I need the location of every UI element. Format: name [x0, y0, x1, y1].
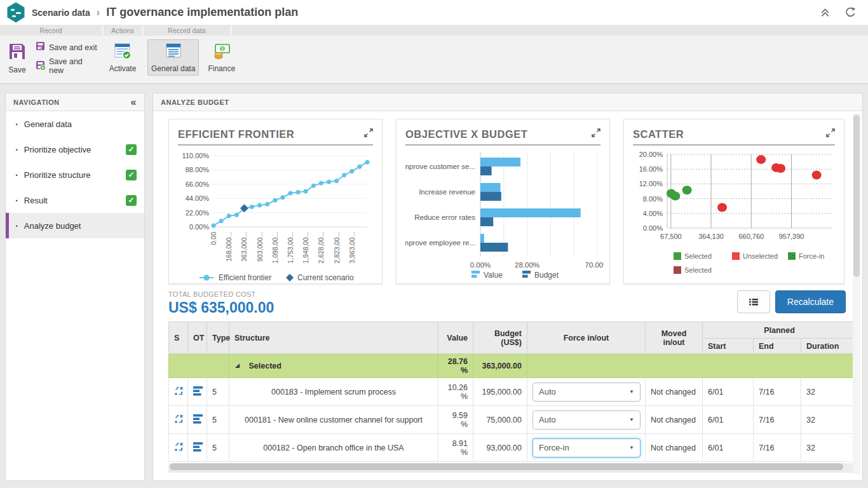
chart-title: EFFICIENT FRONTIER [178, 128, 294, 140]
chevron-down-icon: ▼ [629, 445, 634, 451]
budget-table: S OT Type Structure Value Budget (US$) F… [168, 322, 857, 462]
bullet-icon: ▪ [16, 172, 18, 178]
general-data-tab-button[interactable]: General data [147, 39, 199, 76]
col-header-start[interactable]: Start [703, 339, 754, 354]
general-data-icon [165, 42, 182, 62]
save-and-new-button[interactable]: Save and new [36, 57, 98, 75]
total-budgeted-cost-value: US$ 635,000.00 [168, 299, 274, 316]
selected-group-row[interactable]: Selected 28.76 % 363,000.00 [169, 354, 857, 378]
select-value: Auto [539, 387, 556, 396]
col-header-ot[interactable]: OT [188, 322, 207, 354]
general-data-label: General data [151, 64, 195, 73]
col-header-end[interactable]: End [754, 339, 801, 354]
scenario-icon [169, 406, 188, 434]
force-in-out-select[interactable]: Auto ▼ [532, 383, 641, 402]
sidebar-item-general-data[interactable]: ▪ General data [6, 111, 144, 137]
cell-structure: 000183 - Implement scrum process [229, 378, 438, 406]
chevron-down-icon: ▼ [629, 417, 634, 423]
app-logo-icon[interactable] [6, 3, 25, 23]
ribbon-group-label: Actions [104, 25, 142, 36]
cell-start: 6/01 [703, 406, 754, 434]
svg-text:1,753,00...: 1,753,00... [287, 232, 294, 264]
sidebar-item-analyze-budget[interactable]: ▪ Analyze budget [6, 213, 144, 238]
col-header-structure[interactable]: Structure [229, 322, 438, 354]
col-header-s[interactable]: S [169, 322, 188, 354]
collapse-navigation-icon[interactable]: « [131, 97, 137, 108]
col-header-force[interactable]: Force in/out [527, 322, 646, 354]
refresh-icon[interactable] [844, 6, 857, 18]
svg-text:Budget: Budget [534, 271, 559, 280]
save-button-label: Save [8, 65, 25, 74]
cell-end: 7/16 [754, 378, 801, 406]
sidebar-item-prioritize-structure[interactable]: ▪ Prioritize structure ✓ [6, 162, 144, 187]
sidebar-item-prioritize-objective[interactable]: ▪ Prioritize objective ✓ [6, 137, 144, 162]
svg-text:Value: Value [484, 271, 503, 280]
col-header-duration[interactable]: Duration [801, 339, 857, 354]
svg-text:Current scenario: Current scenario [297, 273, 354, 282]
cell-moved: Not changed [646, 378, 703, 406]
cell-structure: 000182 - Open branch office in the USA [229, 434, 438, 462]
breadcrumb-chevron-icon: › [97, 7, 100, 18]
svg-text:Selected: Selected [684, 266, 712, 274]
collapse-triangle-icon[interactable] [234, 362, 240, 370]
select-value: Auto [539, 415, 556, 424]
cell-value: 9.59 % [438, 406, 473, 434]
svg-text:88.00%: 88.00% [186, 166, 210, 173]
svg-text:16.00%: 16.00% [639, 165, 663, 173]
activate-icon [114, 42, 132, 62]
horizontal-scrollbar[interactable] [168, 463, 856, 473]
force-in-out-select[interactable]: Auto ▼ [532, 410, 641, 430]
svg-text:Efficient frontier: Efficient frontier [219, 273, 271, 282]
col-header-planned: Planned [703, 322, 857, 339]
objective-x-budget-chart: Improve customer se...Increase revenueRe… [405, 147, 600, 284]
cell-budget: 195,000.00 [473, 378, 527, 406]
svg-text:957,390: 957,390 [779, 233, 804, 240]
activate-button[interactable]: Activate [105, 39, 140, 76]
ribbon-group-label: Record data [144, 25, 230, 36]
collapse-ribbon-icon[interactable] [820, 7, 831, 18]
col-header-type[interactable]: Type [207, 322, 229, 354]
cell-budget: 75,000.00 [473, 406, 527, 434]
svg-text:0.00%: 0.00% [189, 223, 209, 231]
col-header-budget[interactable]: Budget (US$) [473, 322, 527, 354]
save-button[interactable]: Save [4, 39, 31, 77]
check-icon: ✓ [126, 144, 137, 155]
col-header-moved[interactable]: Moved in/out [646, 322, 703, 354]
force-in-out-select[interactable]: Force-in ▼ [532, 438, 641, 458]
svg-text:364,130: 364,130 [698, 233, 724, 240]
scrollbar-thumb[interactable] [853, 115, 860, 277]
expand-icon[interactable] [826, 128, 835, 140]
sidebar-item-result[interactable]: ▪ Result ✓ [6, 187, 144, 213]
breadcrumb[interactable]: Scenario data [32, 8, 90, 18]
scenario-icon [169, 434, 188, 462]
scenario-icon [169, 378, 188, 406]
svg-text:Improve employee re...: Improve employee re... [405, 239, 475, 247]
list-options-button[interactable] [737, 290, 770, 313]
save-and-exit-button[interactable]: Save and exit [36, 41, 98, 53]
svg-text:903,000...: 903,000... [256, 232, 264, 262]
svg-text:0.00%: 0.00% [643, 224, 663, 232]
cell-start: 6/01 [703, 378, 754, 406]
app-header: Scenario data › IT governance implementa… [0, 0, 868, 25]
scatter-card: SCATTER 20.00%16.00%12.00%8.00%4.00%0.00… [623, 119, 844, 284]
activate-label: Activate [109, 64, 137, 73]
chevron-down-icon: ▼ [629, 389, 634, 395]
objective-type-icon [188, 406, 207, 434]
scrollbar-thumb[interactable] [170, 463, 843, 470]
bullet-icon: ▪ [16, 223, 18, 229]
svg-text:66.00%: 66.00% [186, 180, 210, 188]
expand-icon[interactable] [364, 128, 373, 140]
svg-text:28.00%: 28.00% [515, 261, 539, 269]
cell-duration: 32 [801, 434, 857, 462]
ribbon-group-actions: Actions Activate [104, 25, 142, 83]
expand-icon[interactable] [592, 128, 600, 140]
svg-text:12.00%: 12.00% [639, 180, 663, 187]
vertical-scrollbar[interactable] [853, 114, 860, 474]
col-header-value[interactable]: Value [438, 322, 473, 354]
save-floppy-icon [8, 42, 27, 64]
sidebar-item-label: Result [24, 196, 48, 205]
recalculate-button[interactable]: Recalculate [775, 290, 846, 313]
finance-icon: $ [213, 42, 231, 62]
chart-title: SCATTER [633, 128, 684, 140]
svg-text:363,000...: 363,000... [240, 232, 248, 262]
